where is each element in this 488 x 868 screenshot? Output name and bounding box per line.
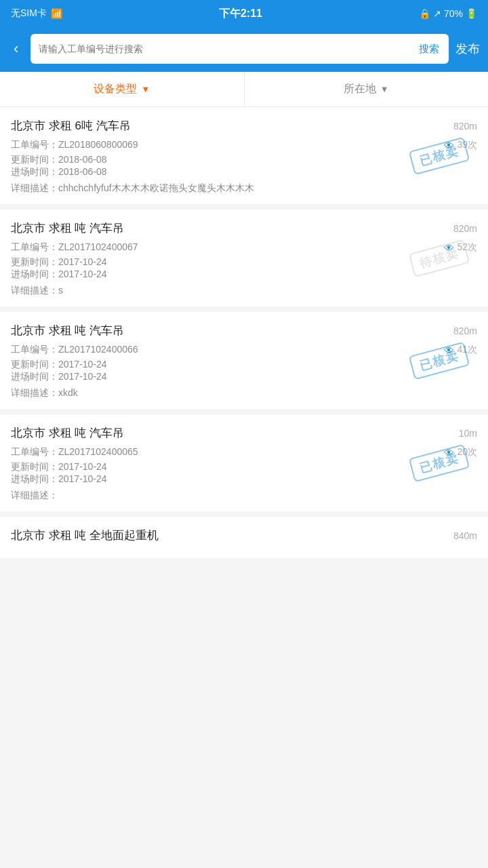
location-icon: ↗ bbox=[433, 8, 441, 19]
eye-icon: 👁 bbox=[444, 242, 454, 254]
wifi-icon: 📶 bbox=[51, 8, 62, 19]
item-title: 北京市 求租 吨 汽车吊 bbox=[11, 323, 124, 338]
battery-label: 70% bbox=[444, 8, 463, 19]
filter-location[interactable]: 所在地 ▼ bbox=[245, 72, 489, 106]
device-type-chevron: ▼ bbox=[141, 84, 150, 94]
item-header: 北京市 求租 吨 汽车吊 10m bbox=[11, 425, 477, 441]
views-count: 20次 bbox=[457, 446, 477, 458]
item-update-time: 更新时间：2018-06-08 bbox=[11, 154, 477, 166]
list-item[interactable]: 北京市 求租 6吨 汽车吊 820m 工单编号：ZL2018060800069 … bbox=[0, 107, 488, 204]
search-bar: 搜索 bbox=[30, 34, 449, 64]
item-header: 北京市 求租 6吨 汽车吊 820m bbox=[11, 118, 477, 134]
views-count: 39次 bbox=[457, 139, 477, 151]
item-distance: 840m bbox=[453, 530, 477, 541]
location-label: 所在地 bbox=[344, 82, 376, 96]
battery-icon: 🔋 bbox=[466, 8, 477, 19]
item-title: 北京市 求租 吨 全地面起重机 bbox=[11, 528, 159, 543]
status-bar: 无SIM卡 📶 下午2:11 🔒 ↗ 70% 🔋 bbox=[0, 0, 488, 27]
list-item[interactable]: 北京市 求租 吨 汽车吊 10m 工单编号：ZL2017102400065 👁 … bbox=[0, 414, 488, 511]
item-distance: 820m bbox=[453, 223, 477, 234]
status-time: 下午2:11 bbox=[219, 7, 262, 21]
list: 北京市 求租 6吨 汽车吊 820m 工单编号：ZL2018060800069 … bbox=[0, 107, 488, 558]
header: ‹ 搜索 发布 bbox=[0, 27, 488, 72]
item-order-label: 工单编号：ZL2018060800069 bbox=[11, 139, 138, 151]
filter-bar: 设备类型 ▼ 所在地 ▼ bbox=[0, 72, 488, 107]
item-desc: 详细描述：chhchchfyfuf木木木木欧诺拖头女魔头木木木木 bbox=[11, 182, 477, 195]
list-item[interactable]: 北京市 求租 吨 全地面起重机 840m bbox=[0, 517, 488, 558]
item-order-label: 工单编号：ZL2017102400067 bbox=[11, 241, 138, 254]
item-distance: 820m bbox=[453, 121, 477, 132]
item-entry-time: 进场时间：2018-06-08 bbox=[11, 166, 477, 178]
publish-button[interactable]: 发布 bbox=[455, 41, 480, 57]
item-distance: 820m bbox=[453, 326, 477, 336]
lock-icon: 🔒 bbox=[419, 8, 430, 19]
list-item[interactable]: 北京市 求租 吨 汽车吊 820m 工单编号：ZL2017102400066 👁… bbox=[0, 312, 488, 409]
status-left: 无SIM卡 📶 bbox=[11, 7, 62, 20]
item-header: 北京市 求租 吨 汽车吊 820m bbox=[11, 323, 477, 338]
search-input[interactable] bbox=[30, 43, 409, 54]
item-title: 北京市 求租 吨 汽车吊 bbox=[11, 425, 124, 441]
item-title: 北京市 求租 吨 汽车吊 bbox=[11, 220, 124, 236]
item-update-time: 更新时间：2017-10-24 bbox=[11, 359, 477, 371]
item-title: 北京市 求租 6吨 汽车吊 bbox=[11, 118, 131, 134]
item-order-label: 工单编号：ZL2017102400066 bbox=[11, 344, 138, 356]
item-desc: 详细描述： bbox=[11, 490, 477, 502]
item-update-time: 更新时间：2017-10-24 bbox=[11, 256, 477, 269]
views-count: 52次 bbox=[457, 241, 477, 254]
location-chevron: ▼ bbox=[380, 84, 389, 94]
item-header: 北京市 求租 吨 全地面起重机 840m bbox=[11, 528, 477, 543]
item-order-row: 工单编号：ZL2017102400065 👁 20次 bbox=[11, 446, 477, 458]
back-button[interactable]: ‹ bbox=[8, 37, 24, 60]
item-order-label: 工单编号：ZL2017102400065 bbox=[11, 446, 138, 458]
item-entry-time: 进场时间：2017-10-24 bbox=[11, 473, 477, 486]
list-item[interactable]: 北京市 求租 吨 汽车吊 820m 工单编号：ZL2017102400067 👁… bbox=[0, 210, 488, 307]
eye-icon: 👁 bbox=[444, 344, 454, 356]
item-order-row: 工单编号：ZL2017102400066 👁 41次 bbox=[11, 344, 477, 356]
item-update-time: 更新时间：2017-10-24 bbox=[11, 461, 477, 473]
item-order-row: 工单编号：ZL2017102400067 👁 52次 bbox=[11, 241, 477, 254]
item-views: 👁 52次 bbox=[444, 241, 477, 254]
search-button[interactable]: 搜索 bbox=[409, 43, 449, 56]
item-desc: 详细描述：s bbox=[11, 285, 477, 297]
item-header: 北京市 求租 吨 汽车吊 820m bbox=[11, 220, 477, 236]
item-entry-time: 进场时间：2017-10-24 bbox=[11, 269, 477, 281]
views-count: 41次 bbox=[457, 344, 477, 356]
device-type-label: 设备类型 bbox=[94, 82, 137, 96]
item-views: 👁 41次 bbox=[444, 344, 477, 356]
status-right: 🔒 ↗ 70% 🔋 bbox=[419, 8, 477, 19]
item-views: 👁 39次 bbox=[444, 139, 477, 151]
eye-icon: 👁 bbox=[444, 447, 454, 458]
item-distance: 10m bbox=[459, 428, 477, 439]
eye-icon: 👁 bbox=[444, 140, 454, 151]
filter-device-type[interactable]: 设备类型 ▼ bbox=[0, 72, 245, 106]
no-sim-label: 无SIM卡 bbox=[11, 7, 47, 20]
item-views: 👁 20次 bbox=[444, 446, 477, 458]
item-order-row: 工单编号：ZL2018060800069 👁 39次 bbox=[11, 139, 477, 151]
item-desc: 详细描述：xkdk bbox=[11, 387, 477, 399]
item-entry-time: 进场时间：2017-10-24 bbox=[11, 371, 477, 383]
